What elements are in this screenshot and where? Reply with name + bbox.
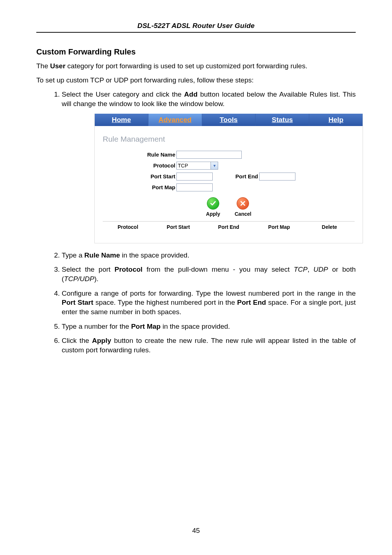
protocol-dropdown-button[interactable]: ▾ [211, 162, 218, 170]
text: ). [94, 275, 99, 283]
rules-table-header: Protocol Port Start Port End Port Map De… [103, 222, 355, 231]
check-icon [209, 200, 217, 207]
text: category for port forwarding is used to … [65, 62, 307, 70]
text: space. Type the highest numbered port in… [93, 299, 237, 306]
rule-form: Rule Name Protocol TCP ▾ [135, 149, 355, 193]
rule-management-panel: Rule Management Rule Name Protocol TCP ▾ [95, 126, 363, 243]
chevron-down-icon: ▾ [213, 163, 216, 168]
th-protocol: Protocol [103, 224, 153, 231]
text-bold: Port End [237, 299, 266, 306]
text: Type a [62, 251, 84, 259]
text: Select the port [62, 266, 115, 273]
router-ui-screenshot: Home Advanced Tools Status Help Rule Man… [94, 114, 363, 243]
tab-home[interactable]: Home [95, 114, 148, 126]
port-map-input[interactable] [176, 183, 213, 191]
step-4: Configure a range of ports for forwardin… [62, 289, 356, 317]
port-start-input[interactable] [176, 173, 213, 181]
tab-status[interactable]: Status [256, 114, 309, 126]
th-delete: Delete [304, 224, 355, 231]
step-5: Type a number for the Port Map in the sp… [62, 322, 356, 331]
text: Select the User category and click the [62, 90, 184, 98]
apply-label: Apply [206, 211, 220, 218]
section-title: Custom Forwarding Rules [36, 47, 356, 57]
text-bold: Add [184, 90, 197, 98]
text-italic: TCP/UDP [64, 275, 94, 283]
close-icon [240, 200, 246, 207]
step-2: Type a Rule Name in the space provided. [62, 251, 356, 260]
text: Configure a range of ports for forwardin… [62, 289, 356, 297]
step-1: Select the User category and click the A… [62, 90, 356, 243]
port-end-label: Port End [231, 173, 259, 180]
text: from the pull-down menu - you may select [143, 266, 294, 273]
port-end-input[interactable] [259, 173, 295, 181]
th-port-map: Port Map [254, 224, 304, 231]
text: in the space provided. [160, 323, 230, 330]
text-italic: UDP [314, 266, 328, 273]
text-italic: TCP [294, 266, 307, 273]
cancel-label: Cancel [234, 211, 251, 218]
text-bold: User [50, 62, 65, 70]
apply-button[interactable] [207, 197, 219, 210]
step-6: Click the Apply button to create the new… [62, 336, 356, 355]
protocol-value: TCP [176, 162, 211, 170]
rule-management-title: Rule Management [103, 134, 355, 144]
action-buttons: Apply Cancel [103, 197, 355, 218]
text: Click the [62, 337, 92, 344]
page-number: 45 [0, 527, 392, 535]
intro-paragraph-1: The User category for port forwarding is… [36, 62, 356, 71]
cancel-button[interactable] [237, 197, 249, 210]
nav-tabs: Home Advanced Tools Status Help [95, 114, 363, 126]
text-bold: Port Start [62, 299, 93, 306]
text: Type a number for the [62, 323, 131, 330]
protocol-label: Protocol [135, 162, 176, 169]
step-3: Select the port Protocol from the pull-d… [62, 265, 356, 283]
text-bold: Apply [92, 337, 111, 344]
port-start-label: Port Start [135, 173, 176, 180]
rule-name-label: Rule Name [135, 151, 176, 158]
th-port-start: Port Start [153, 224, 204, 231]
tab-advanced[interactable]: Advanced [148, 114, 202, 126]
intro-paragraph-2: To set up custom TCP or UDP port forward… [36, 76, 356, 85]
doc-header: DSL-522T ADSL Router User Guide [36, 22, 356, 30]
text-bold: Rule Name [84, 251, 120, 259]
protocol-select[interactable]: TCP ▾ [176, 162, 218, 170]
text-bold: Protocol [115, 266, 143, 273]
text: , [307, 266, 313, 273]
header-rule [36, 32, 356, 33]
tab-tools[interactable]: Tools [202, 114, 256, 126]
port-map-label: Port Map [135, 184, 176, 191]
th-port-end: Port End [204, 224, 254, 231]
text: The [36, 62, 50, 70]
tab-help[interactable]: Help [309, 114, 363, 126]
text-bold: Port Map [131, 323, 160, 330]
steps-list: Select the User category and click the A… [36, 90, 356, 355]
text: in the space provided. [120, 251, 189, 259]
rule-name-input[interactable] [176, 151, 242, 159]
